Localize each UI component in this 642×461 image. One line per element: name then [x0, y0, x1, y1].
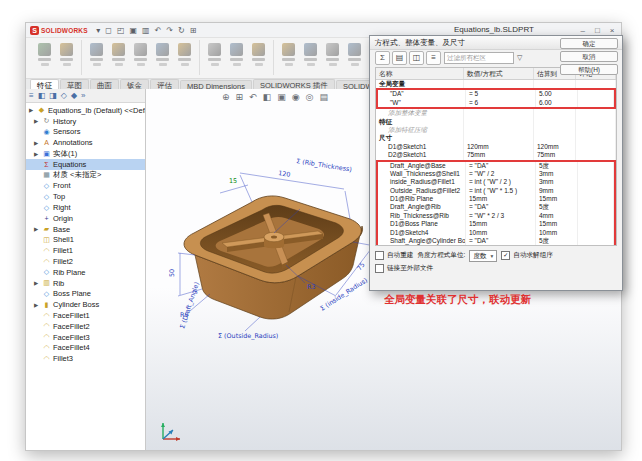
configurations-tab-icon[interactable]: ◨ — [49, 91, 57, 100]
dimension-label-off15[interactable]: 15 — [229, 177, 237, 185]
save-icon[interactable]: ▣ — [130, 26, 138, 35]
tree-item--1-[interactable]: ▶▣实体(1) — [26, 148, 145, 159]
dimension-label-r3[interactable]: R3 — [307, 283, 316, 291]
expander-icon[interactable]: ▶ — [34, 280, 40, 286]
new-doc-icon[interactable]: ◻ — [105, 26, 112, 35]
ribbon-tool-button[interactable] — [35, 41, 54, 74]
previous-view-icon[interactable]: ↶ — [249, 92, 257, 102]
equation-row-1[interactable]: "DA"= 55.00 — [376, 88, 616, 98]
dimension-label-lab_rib[interactable]: Σ (Rib_Thickness) — [296, 157, 353, 174]
zoom-area-icon[interactable]: ⊞ — [236, 92, 244, 102]
equation-row-2[interactable]: "W"= 66.00 — [376, 99, 616, 109]
tree-item-facefillet2[interactable]: ◠FaceFillet2 — [26, 321, 145, 332]
tree-item-fillet1[interactable]: ◠Fillet1 — [26, 245, 145, 256]
equation-row-8[interactable]: D2@Sketch175mm75mm — [376, 151, 616, 159]
equation-row-12[interactable]: Outside_Radius@Fillet2= int ( "W" * 1.5 … — [376, 187, 616, 195]
tree-item-front[interactable]: ◇Front — [26, 181, 145, 192]
expander-icon[interactable]: ▶ — [34, 151, 40, 157]
pane-expand-icon[interactable]: » — [81, 91, 85, 100]
tree-item-fillet2[interactable]: ◠Fillet2 — [26, 256, 145, 267]
tree-item-facefillet4[interactable]: ◠FaceFillet4 — [26, 343, 145, 354]
ribbon-tool-button[interactable] — [205, 41, 224, 74]
tree-item-facefillet1[interactable]: ◠FaceFillet1 — [26, 310, 145, 321]
equation-row-16[interactable]: D1@Boss Plane15mm15mm — [376, 220, 616, 228]
ordered-view-icon[interactable]: ≡ — [426, 51, 441, 65]
angular-units-select[interactable]: 度数▾ — [469, 250, 497, 262]
equation-row-0[interactable]: 全局变量 — [376, 80, 616, 88]
ribbon-tool-button[interactable] — [175, 41, 194, 74]
equation-row-19[interactable]: Rib_Fillet@Fillet3= "W" / 41.5mm — [376, 245, 616, 246]
ribbon-tool-button[interactable] — [345, 41, 364, 74]
tree-item-cylinder-boss[interactable]: ▶▮Cylinder Boss — [26, 299, 145, 310]
equation-row-15[interactable]: Rib_Thickness@Rib= "W" * 2 / 34mm — [376, 212, 616, 220]
tree-item--[interactable]: ▦材质 <未指定> — [26, 170, 145, 181]
view-orientation-icon[interactable]: ▣ — [277, 92, 286, 102]
equation-row-18[interactable]: Shaft_Angle@Cylinder Boss= "DA"5度 — [376, 237, 616, 245]
options-icon[interactable]: ⊞ — [190, 26, 197, 35]
equation-row-14[interactable]: Draft_Angle@Rib= "DA"5度 — [376, 203, 616, 211]
expander-icon[interactable]: ▶ — [34, 302, 40, 308]
ribbon-tool-button[interactable] — [109, 41, 128, 74]
equation-row-10[interactable]: Wall_Thickness@Shell1= "W" / 23mm — [376, 170, 616, 178]
ribbon-tool-button[interactable] — [87, 41, 106, 74]
ribbon-tool-button[interactable] — [57, 41, 76, 74]
menu-arrow-icon[interactable]: ▾ — [96, 26, 100, 35]
tree-item-rib[interactable]: ▶▥Rib — [26, 278, 145, 289]
close-icon[interactable]: × — [610, 26, 615, 35]
dialog-button-0[interactable]: 确定 — [560, 38, 618, 49]
tree-item-shell1[interactable]: ◫Shell1 — [26, 235, 145, 246]
tree-item-equations[interactable]: ΣEquations — [26, 159, 145, 170]
tree-item-rib-plane[interactable]: ◇Rib Plane — [26, 267, 145, 278]
view-settings-icon[interactable]: ▤ — [319, 92, 328, 102]
tree-item-right[interactable]: ◇Right — [26, 202, 145, 213]
tree-item-fillet3[interactable]: ◠Fillet3 — [26, 353, 145, 364]
equation-row-13[interactable]: D1@Rib Plane15mm15mm — [376, 195, 616, 203]
section-view-icon[interactable]: ◧ — [263, 92, 272, 102]
equation-row-11[interactable]: inside_Radius@Fillet1= int ( "W" / 2 )3m… — [376, 178, 616, 186]
link-external-file-checkbox[interactable] — [375, 264, 384, 273]
ribbon-tool-button[interactable] — [131, 41, 150, 74]
expander-icon[interactable]: ▶ — [34, 140, 40, 146]
tree-item-top[interactable]: ◇Top — [26, 191, 145, 202]
open-doc-icon[interactable]: ◰ — [117, 26, 125, 35]
expander-icon[interactable]: ▶ — [29, 107, 35, 113]
expander-icon[interactable]: ▶ — [34, 118, 40, 124]
expander-icon[interactable]: ▶ — [34, 226, 40, 232]
dialog-button-1[interactable]: 取消 — [560, 51, 618, 62]
ribbon-tool-button[interactable] — [153, 41, 172, 74]
dialog-button-2[interactable]: 帮助(H) — [560, 64, 618, 75]
tree-item-facefillet3[interactable]: ◠FaceFillet3 — [26, 332, 145, 343]
filter-input[interactable]: 过滤所有栏区 — [444, 52, 514, 64]
dimension-view-icon[interactable]: ◫ — [409, 51, 424, 65]
equation-row-3[interactable]: 添加整体变量 — [376, 109, 616, 117]
tree-item-history[interactable]: ▶↻History — [26, 116, 145, 127]
equation-row-17[interactable]: D1@Sketch410mm10mm — [376, 229, 616, 237]
display-manager-tab-icon[interactable]: ◆ — [71, 91, 77, 100]
zoom-fit-icon[interactable]: ⊕ — [222, 92, 230, 102]
dimxpert-tab-icon[interactable]: ◇ — [61, 91, 67, 100]
solidworks-logo[interactable]: S SOLIDWORKS — [30, 26, 88, 35]
redo-icon[interactable]: ↷ — [166, 26, 173, 35]
ribbon-tool-button[interactable] — [227, 41, 246, 74]
hide-show-icon[interactable]: ◎ — [306, 92, 314, 102]
ribbon-tool-button[interactable] — [279, 41, 298, 74]
equation-row-6[interactable]: 尺寸 — [376, 134, 616, 142]
tree-item-origin[interactable]: +Origin — [26, 213, 145, 224]
equation-row-9[interactable]: Draft_Angle@Base= "DA"5度 — [376, 160, 616, 170]
minimize-icon[interactable]: – — [581, 26, 585, 35]
ribbon-tool-button[interactable] — [301, 41, 320, 74]
dimension-label-hgt50[interactable]: 50 — [168, 269, 176, 277]
propertymanager-tab-icon[interactable]: ◧ — [38, 91, 46, 100]
featuremanager-tab-icon[interactable]: ≡ — [29, 91, 34, 100]
equation-row-4[interactable]: 特征 — [376, 118, 616, 126]
ribbon-tool-button[interactable] — [249, 41, 268, 74]
rebuild-icon[interactable]: ↻ — [178, 26, 185, 35]
dimension-label-len120[interactable]: 120 — [278, 169, 291, 179]
dimension-label-lab_out[interactable]: Σ (Outside_Radius) — [218, 332, 278, 340]
undo-icon[interactable]: ↶ — [155, 26, 162, 35]
dimension-label-lab_draft[interactable]: Σ (Draft_Angle) — [178, 281, 201, 330]
print-icon[interactable]: ▥ — [142, 26, 150, 35]
tree-item-annotations[interactable]: ▶AAnnotations — [26, 137, 145, 148]
tree-item-sensors[interactable]: ◉Sensors — [26, 127, 145, 138]
ribbon-tool-button[interactable] — [323, 41, 342, 74]
